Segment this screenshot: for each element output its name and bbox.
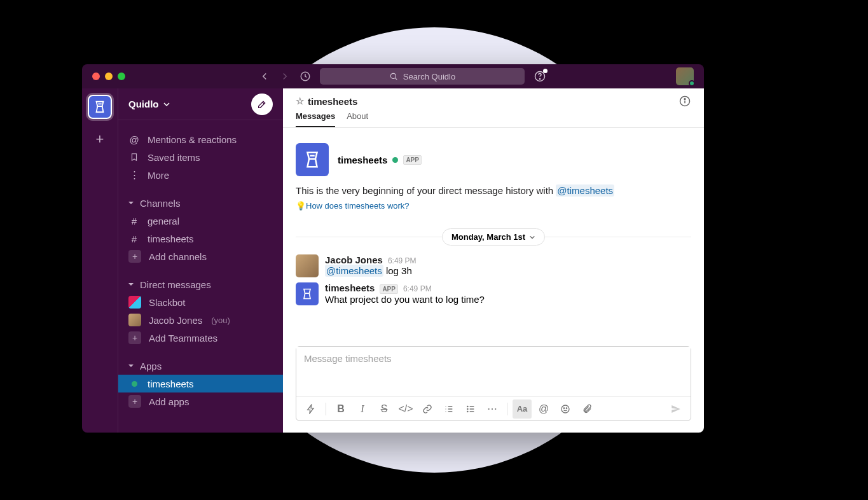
send-button[interactable] (666, 399, 685, 419)
attach-button[interactable] (577, 399, 596, 419)
mention-button[interactable]: @ (534, 399, 553, 419)
section-label: Apps (140, 361, 162, 372)
sidebar-saved[interactable]: Saved items (118, 148, 283, 166)
channel-title[interactable]: ☆ timesheets (296, 95, 357, 107)
toggle-formatting-button[interactable]: Aa (513, 399, 532, 419)
history-button[interactable] (300, 71, 311, 82)
svg-point-10 (563, 408, 564, 408)
plus-icon: + (128, 250, 141, 263)
message: Jacob Jones 6:49 PM @timesheets log 3h (296, 254, 691, 277)
mention[interactable]: @timesheets (325, 265, 383, 277)
you-label: (you) (211, 316, 230, 325)
more-formatting-button[interactable]: ⋯ (483, 399, 502, 419)
more-icon: ⋮ (128, 169, 140, 181)
app-window: Search Quidlo + Quidlo (82, 64, 704, 433)
details-button[interactable] (679, 95, 691, 108)
date-divider[interactable]: Monday, March 1st (442, 228, 545, 246)
emoji-button[interactable] (556, 399, 575, 419)
sidebar-item-label: Mentions & reactions (148, 134, 237, 145)
add-label: Add Teammates (149, 333, 217, 344)
dm-label: Jacob Jones (149, 315, 202, 326)
dm-jacob-jones[interactable]: Jacob Jones (you) (118, 311, 283, 329)
user-avatar[interactable] (676, 67, 694, 85)
presence-icon (392, 157, 398, 163)
slackbot-avatar (128, 296, 141, 309)
code-button[interactable]: </> (396, 399, 415, 419)
channel-general[interactable]: # general (118, 212, 283, 230)
chevron-down-icon (529, 234, 535, 240)
caret-down-icon (127, 199, 135, 207)
channel-label: timesheets (148, 233, 194, 244)
workspace-icon[interactable] (88, 95, 112, 119)
add-channels-button[interactable]: + Add channels (118, 247, 283, 265)
add-teammates-button[interactable]: + Add Teammates (118, 329, 283, 347)
add-workspace-button[interactable]: + (88, 128, 111, 151)
message-composer: B I S </> ⋯ Aa @ (296, 346, 691, 421)
plus-icon: + (128, 331, 141, 344)
message-text: @timesheets log 3h (325, 265, 417, 276)
how-it-works-link[interactable]: How does timesheets work? (306, 201, 410, 211)
sidebar-mentions[interactable]: @ Mentions & reactions (118, 130, 283, 148)
presence-icon (132, 381, 137, 387)
presence-icon (689, 80, 695, 87)
window-controls (92, 73, 125, 80)
minimize-window-button[interactable] (105, 73, 113, 80)
message-avatar[interactable] (296, 254, 319, 277)
composer-input[interactable] (296, 347, 691, 394)
compose-button[interactable] (251, 94, 273, 115)
svg-point-5 (684, 99, 685, 100)
app-label: timesheets (148, 378, 194, 389)
channels-header[interactable]: Channels (118, 194, 283, 212)
svg-point-9 (561, 405, 569, 413)
tab-messages[interactable]: Messages (296, 111, 335, 127)
sidebar-more[interactable]: ⋮ More (118, 166, 283, 184)
workspace-rail: + (82, 88, 118, 433)
dm-slackbot[interactable]: Slackbot (118, 293, 283, 311)
mention[interactable]: @timesheets (556, 184, 614, 197)
help-button[interactable] (534, 70, 546, 83)
italic-button[interactable]: I (353, 399, 372, 419)
add-label: Add apps (149, 396, 189, 407)
forward-button[interactable] (279, 71, 291, 82)
svg-point-1 (390, 73, 396, 78)
svg-point-11 (566, 408, 567, 408)
svg-point-3 (539, 79, 540, 80)
app-timesheets[interactable]: timesheets (118, 375, 283, 392)
close-window-button[interactable] (92, 73, 100, 80)
message-time: 6:49 PM (388, 256, 417, 265)
sidebar-item-label: Saved items (148, 152, 200, 163)
apps-header[interactable]: Apps (118, 357, 283, 375)
app-badge: APP (380, 284, 398, 294)
hash-icon: # (128, 233, 140, 244)
bold-button[interactable]: B (331, 399, 350, 419)
strike-button[interactable]: S (375, 399, 394, 419)
message-text: What project do you want to log time? (325, 294, 485, 305)
app-badge: APP (403, 155, 422, 165)
message-avatar[interactable] (296, 282, 319, 305)
add-label: Add channels (149, 251, 207, 262)
workspace-switcher[interactable]: Quidlo (128, 99, 170, 109)
message: timesheets APP 6:49 PM What project do y… (296, 282, 691, 305)
dms-header[interactable]: Direct messages (118, 275, 283, 293)
caret-down-icon (127, 281, 135, 288)
bulb-icon: 💡 (296, 201, 306, 211)
search-input[interactable]: Search Quidlo (320, 68, 525, 85)
link-button[interactable] (418, 399, 437, 419)
tab-about[interactable]: About (347, 111, 368, 127)
main-pane: ☆ timesheets Messages About timesheets (283, 88, 704, 433)
message-author[interactable]: Jacob Jones (325, 254, 383, 265)
back-button[interactable] (259, 71, 270, 82)
channel-label: general (148, 216, 179, 226)
add-apps-button[interactable]: + Add apps (118, 392, 283, 410)
user-avatar-icon (128, 314, 141, 326)
channel-timesheets[interactable]: # timesheets (118, 230, 283, 247)
bookmark-icon (128, 153, 140, 162)
star-icon[interactable]: ☆ (296, 95, 304, 107)
maximize-window-button[interactable] (118, 73, 125, 80)
shortcuts-button[interactable] (301, 399, 320, 419)
message-author[interactable]: timesheets (325, 282, 375, 293)
workspace-name: Quidlo (128, 99, 159, 109)
ordered-list-button[interactable] (439, 399, 458, 419)
dm-label: Slackbot (149, 297, 186, 308)
bullet-list-button[interactable] (461, 399, 480, 419)
